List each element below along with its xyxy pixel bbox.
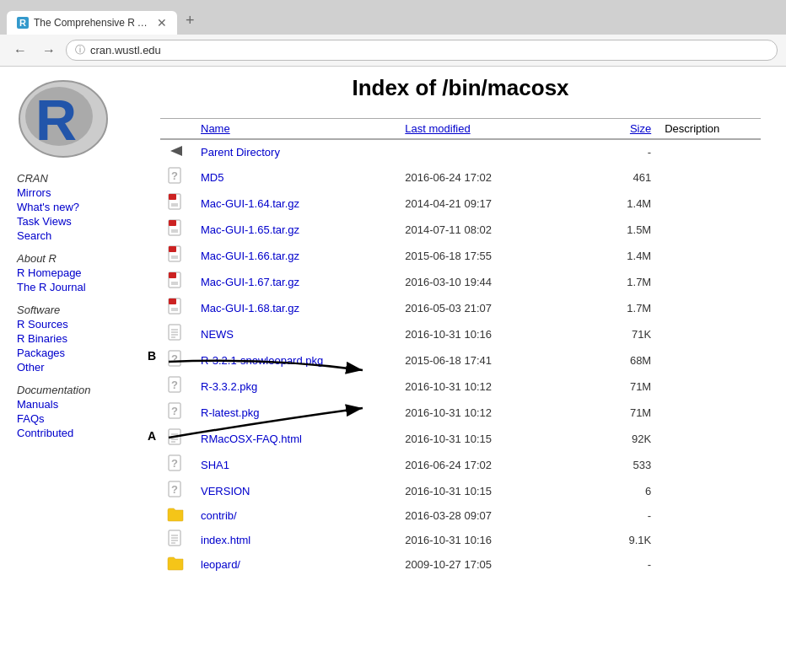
url-bar[interactable]: ⓘ cran.wustl.edu [66, 40, 778, 61]
table-row: Mac-GUI-1.68.tar.gz2016-05-03 21:071.7M [160, 295, 761, 321]
unknown-icon: ? [167, 167, 184, 185]
file-icon-cell: ? [160, 400, 194, 426]
file-size-cell: 71K [601, 321, 658, 347]
file-desc-cell [658, 140, 761, 165]
file-icon-cell [160, 553, 194, 576]
file-desc-cell [658, 347, 761, 374]
file-name-cell: RMacOSX-FAQ.html [194, 426, 398, 452]
file-size-cell: 533 [601, 452, 658, 478]
sidebar: R CRAN Mirrors What's new? Task Views Se… [8, 75, 143, 576]
file-name-cell: leopard/ [194, 553, 398, 576]
file-link[interactable]: R-3.3.2.pkg [201, 380, 257, 393]
file-date-cell: 2016-10-31 10:15 [398, 478, 600, 504]
sidebar-item-whatsnew[interactable]: What's new? [17, 201, 135, 213]
file-size-cell: 71M [601, 374, 658, 400]
sidebar-item-rbinaries[interactable]: R Binaries [17, 332, 135, 345]
forward-button[interactable]: → [37, 41, 61, 60]
file-link[interactable]: contrib/ [201, 509, 237, 522]
active-tab[interactable]: R The Comprehensive R Arc... ✕ [7, 11, 177, 35]
unknown-icon: ? [167, 350, 184, 368]
file-icon-cell [160, 140, 194, 165]
svg-rect-12 [169, 220, 176, 226]
file-size-cell: 1.7M [601, 295, 658, 321]
th-name[interactable]: Name [194, 119, 398, 139]
file-icon-cell: ? [160, 478, 194, 504]
sort-by-modified-link[interactable]: Last modified [405, 122, 470, 135]
file-link[interactable]: RMacOSX-FAQ.html [201, 433, 302, 445]
file-link[interactable]: R-3.2.1-snowleopard.pkg [201, 354, 323, 367]
file-name-cell: Parent Directory [194, 140, 398, 165]
sidebar-item-rhomepage[interactable]: R Homepage [17, 266, 135, 279]
file-date-cell: 2016-03-10 19:44 [398, 269, 600, 295]
svg-rect-16 [169, 246, 176, 252]
sort-by-name-link[interactable]: Name [201, 122, 230, 135]
file-link[interactable]: Mac-GUI-1.68.tar.gz [201, 302, 299, 314]
svg-rect-20 [169, 272, 176, 278]
svg-text:?: ? [171, 352, 178, 365]
file-link[interactable]: Mac-GUI-1.66.tar.gz [201, 250, 299, 262]
th-modified[interactable]: Last modified [398, 119, 600, 139]
file-desc-cell [658, 553, 761, 576]
file-icon-cell: ? [160, 164, 194, 191]
file-link[interactable]: index.html [201, 534, 250, 546]
file-desc-cell [658, 426, 761, 452]
text-icon [167, 530, 184, 548]
sidebar-item-faqs[interactable]: FAQs [17, 412, 135, 425]
unknown-icon: ? [167, 454, 184, 473]
file-link[interactable]: NEWS [201, 328, 234, 341]
sidebar-item-contributed[interactable]: Contributed [17, 427, 135, 439]
file-desc-cell [658, 504, 761, 527]
file-link[interactable]: MD5 [201, 171, 223, 184]
file-date-cell: 2016-10-31 10:16 [398, 321, 600, 347]
file-icon-cell [160, 321, 194, 347]
file-name-cell: Mac-GUI-1.66.tar.gz [194, 243, 398, 269]
file-icon-cell: ? [160, 347, 194, 374]
folder-icon [167, 556, 184, 571]
sidebar-item-manuals[interactable]: Manuals [17, 398, 135, 411]
file-link[interactable]: Parent Directory [201, 146, 280, 159]
th-size[interactable]: Size [601, 119, 658, 139]
file-date-cell: 2014-07-11 08:02 [398, 217, 600, 243]
file-date-cell: 2009-10-27 17:05 [398, 553, 600, 576]
file-desc-cell [658, 191, 761, 217]
r-logo: R [17, 79, 135, 162]
table-row: ? SHA12016-06-24 17:02533 [160, 452, 761, 478]
table-row: leopard/2009-10-27 17:05- [160, 553, 761, 576]
archive-icon [167, 298, 184, 316]
sidebar-item-taskviews[interactable]: Task Views [17, 215, 135, 228]
sidebar-item-rjournal[interactable]: The R Journal [17, 281, 135, 293]
table-row: NEWS2016-10-31 10:1671K [160, 321, 761, 347]
file-size-cell: - [601, 140, 658, 165]
file-size-cell: 1.4M [601, 191, 658, 217]
file-name-cell: MD5 [194, 164, 398, 191]
svg-text:?: ? [171, 379, 178, 391]
th-icon [160, 119, 194, 139]
table-row: Mac-GUI-1.65.tar.gz2014-07-11 08:021.5M [160, 217, 761, 243]
file-link[interactable]: R-latest.pkg [201, 406, 259, 419]
file-link[interactable]: Mac-GUI-1.64.tar.gz [201, 197, 299, 210]
sidebar-item-other[interactable]: Other [17, 361, 135, 374]
sidebar-item-mirrors[interactable]: Mirrors [17, 186, 135, 199]
file-icon-cell [160, 504, 194, 527]
unknown-icon: ? [167, 481, 184, 499]
file-link[interactable]: SHA1 [201, 459, 229, 471]
file-link[interactable]: Mac-GUI-1.67.tar.gz [201, 276, 299, 288]
file-link[interactable]: Mac-GUI-1.65.tar.gz [201, 223, 299, 236]
back-button[interactable]: ← [8, 41, 32, 60]
unknown-icon: ? [167, 376, 184, 395]
sidebar-item-rsources[interactable]: R Sources [17, 318, 135, 331]
sidebar-item-search[interactable]: Search [17, 229, 135, 242]
new-tab-button[interactable]: + [177, 7, 203, 35]
file-icon-cell [160, 295, 194, 321]
sidebar-item-packages[interactable]: Packages [17, 347, 135, 359]
file-icon-cell [160, 191, 194, 217]
file-name-cell: VERSION [194, 478, 398, 504]
file-link[interactable]: leopard/ [201, 558, 240, 571]
table-row: ? R-latest.pkg2016-10-31 10:1271M [160, 400, 761, 426]
sort-by-size-link[interactable]: Size [630, 122, 651, 135]
tab-close-button[interactable]: ✕ [157, 16, 167, 30]
file-link[interactable]: VERSION [201, 485, 250, 497]
file-size-cell: 68M [601, 347, 658, 374]
folder-icon [167, 507, 184, 522]
file-date-cell: 2016-06-24 17:02 [398, 164, 600, 191]
